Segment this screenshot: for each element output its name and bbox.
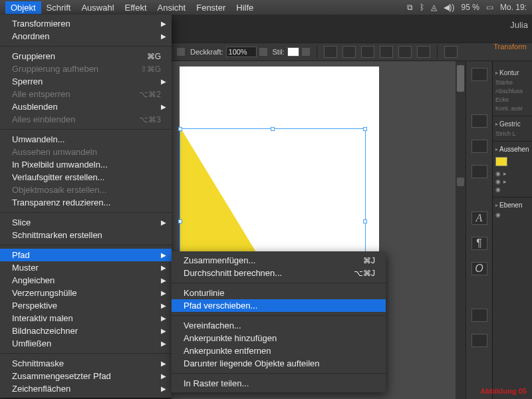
menu-item-label: Bildnachzeichner: [12, 326, 78, 336]
menu-item-label: Gruppierung aufheben: [12, 64, 98, 74]
appearance-row[interactable]: ◉▸: [495, 170, 529, 177]
menu-item-label: Aussehen umwandeln: [12, 147, 97, 157]
objekt-menu-item[interactable]: Bildnachzeichner▶: [0, 325, 172, 337]
menu-hilfe[interactable]: Hilfe: [231, 1, 259, 14]
pfad-submenu-item[interactable]: Ankerpunkte hinzufügen: [172, 332, 386, 344]
align-icon-6[interactable]: [417, 46, 430, 58]
dock-icon-grid[interactable]: [471, 68, 487, 81]
layer-row[interactable]: ◉: [495, 211, 529, 218]
objekt-menu-item[interactable]: Angleichen▶: [0, 274, 172, 287]
objekt-menu-item[interactable]: Schnittmarken erstellen: [0, 229, 172, 241]
menu-shortcut: ⌥⌘3: [139, 115, 161, 124]
objekt-menu-item[interactable]: In Pixelbild umwandeln...: [0, 158, 172, 171]
style-swatch[interactable]: [287, 47, 299, 57]
objekt-menu-item[interactable]: Muster▶: [0, 261, 172, 274]
objekt-menu-item[interactable]: Ausblenden▶: [0, 100, 172, 113]
dropdown-icon[interactable]: [177, 48, 185, 56]
submenu-arrow-icon: ▶: [161, 20, 166, 27]
objekt-menu-item[interactable]: Transparenz reduzieren...: [0, 196, 172, 209]
eye-icon[interactable]: ◉: [495, 178, 501, 185]
dock-icon-swatches[interactable]: [471, 114, 487, 128]
objekt-menu-item[interactable]: Slice▶: [0, 216, 172, 229]
panel-aussehen-header[interactable]: Aussehen: [495, 146, 529, 153]
resize-handle[interactable]: [178, 219, 182, 223]
opacity-input[interactable]: [226, 47, 257, 57]
objekt-menu-item[interactable]: Zusammengesetzter Pfad▶: [0, 370, 172, 382]
wifi-icon[interactable]: ◬: [431, 3, 437, 12]
dropbox-icon[interactable]: ⧉: [407, 3, 413, 12]
objekt-menu-item[interactable]: Schnittmaske▶: [0, 357, 172, 370]
panel-gestrichelt-header[interactable]: Gestric: [495, 120, 529, 128]
align-icon-1[interactable]: [324, 46, 337, 58]
align-icon-3[interactable]: [361, 46, 374, 58]
eye-icon[interactable]: ◉: [495, 170, 501, 177]
objekt-menu-item[interactable]: Zeichenflächen▶: [0, 382, 172, 395]
volume-icon[interactable]: ◀)): [444, 3, 455, 12]
eye-icon[interactable]: ◉: [495, 211, 501, 218]
menu-item-label: Anordnen: [12, 31, 49, 41]
menu-item-label: Darunter liegende Objekte aufteilen: [184, 358, 320, 368]
dock-icon-brushes[interactable]: [471, 140, 487, 153]
pfad-submenu-item[interactable]: Vereinfachen...: [172, 319, 386, 332]
vertical-scrollbar[interactable]: [456, 61, 466, 399]
dock-icon-a[interactable]: [471, 309, 487, 322]
pfad-submenu-item[interactable]: Ankerpunkte entfernen: [172, 344, 386, 357]
objekt-menu-item[interactable]: Gruppieren⌘G: [0, 50, 172, 63]
panel-kontur-header[interactable]: Kontur: [495, 69, 529, 76]
pfad-submenu-item[interactable]: In Raster teilen...: [172, 377, 386, 390]
menu-schrift[interactable]: Schrift: [41, 1, 76, 14]
resize-handle[interactable]: [363, 219, 367, 223]
scrollbar-thumb[interactable]: [457, 65, 464, 92]
appearance-row[interactable]: ◉: [495, 186, 529, 193]
transform-icon[interactable]: [444, 46, 458, 58]
objekt-menu-item: Aussehen umwandeln: [0, 146, 172, 158]
style-dropdown-icon[interactable]: [302, 48, 310, 56]
pfad-submenu-item[interactable]: Darunter liegende Objekte aufteilen: [172, 357, 386, 370]
dock-icon-opentype[interactable]: O: [471, 262, 487, 275]
dock-icon-symbols[interactable]: [471, 165, 487, 178]
objekt-menu-item[interactable]: Transformieren▶: [0, 17, 172, 30]
appearance-row[interactable]: ◉▸: [495, 178, 529, 185]
objekt-menu-item[interactable]: Interaktiv malen▶: [0, 312, 172, 325]
panel-ebenen-header[interactable]: Ebenen: [495, 201, 529, 209]
battery-icon[interactable]: ▭: [486, 3, 493, 12]
objekt-menu-item[interactable]: Anordnen▶: [0, 30, 172, 43]
menu-objekt[interactable]: Objekt: [5, 1, 41, 14]
resize-handle[interactable]: [178, 127, 182, 131]
menu-fenster[interactable]: Fenster: [191, 1, 231, 14]
panel-tab-transform[interactable]: Transform: [493, 43, 527, 51]
dock-icon-b[interactable]: [471, 334, 487, 347]
submenu-arrow-icon: ▶: [161, 327, 166, 334]
dock-icon-paragraph[interactable]: ¶: [471, 237, 487, 250]
menu-effekt[interactable]: Effekt: [120, 1, 152, 14]
menu-separator: [172, 315, 386, 316]
objekt-menu-item[interactable]: Perspektive▶: [0, 299, 172, 312]
align-icon-2[interactable]: [342, 46, 356, 58]
objekt-menu-item[interactable]: Pfad▶: [0, 249, 172, 261]
scrollbar-button[interactable]: [457, 178, 464, 186]
resize-handle[interactable]: [363, 127, 367, 131]
opacity-dropdown-icon[interactable]: [259, 48, 267, 56]
pfad-submenu-item[interactable]: Pfad verschieben...: [172, 299, 386, 312]
style-field: Stil:: [273, 47, 310, 57]
pfad-submenu-item[interactable]: Durchschnitt berechnen...⌥⌘J: [172, 267, 386, 279]
align-icon-5[interactable]: [398, 46, 412, 58]
objekt-menu-item[interactable]: Umfließen▶: [0, 337, 172, 350]
objekt-menu-item[interactable]: Sperren▶: [0, 75, 172, 88]
align-icon-4[interactable]: [380, 46, 393, 58]
dock-icon-character[interactable]: A: [471, 211, 487, 225]
menu-item-label: Pfad: [12, 250, 30, 260]
resize-handle[interactable]: [271, 127, 275, 131]
objekt-menu-item[interactable]: Umwandeln...: [0, 133, 172, 146]
menu-ansicht[interactable]: Ansicht: [152, 1, 192, 14]
fill-swatch-yellow[interactable]: [495, 157, 507, 166]
menu-item-label: Transformieren: [12, 19, 70, 29]
menu-item-label: Ankerpunkte entfernen: [184, 346, 271, 356]
pfad-submenu-item[interactable]: Konturlinie: [172, 287, 386, 299]
pfad-submenu-item[interactable]: Zusammenfügen...⌘J: [172, 254, 386, 267]
bluetooth-icon[interactable]: ᛒ: [420, 3, 424, 12]
eye-icon[interactable]: ◉: [495, 186, 501, 193]
objekt-menu-item[interactable]: Verlaufsgitter erstellen...: [0, 171, 172, 184]
menu-auswahl[interactable]: Auswahl: [76, 1, 119, 14]
objekt-menu-item[interactable]: Verzerrungshülle▶: [0, 287, 172, 299]
